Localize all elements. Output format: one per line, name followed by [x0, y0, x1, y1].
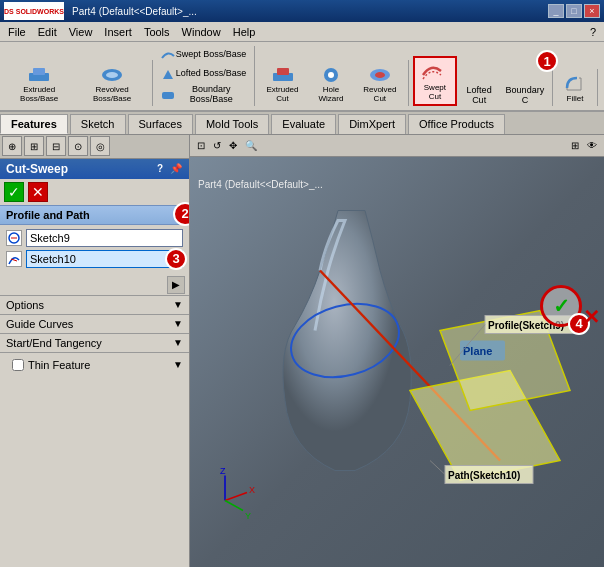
- left-panel: ⊕ ⊞ ⊟ ⊙ ◎ Cut-Sweep ? 📌 ✓ ✕ Profile and …: [0, 135, 190, 567]
- extruded-cut-button[interactable]: Extruded Cut: [259, 60, 307, 106]
- panel-pin-button[interactable]: 📌: [169, 162, 183, 176]
- viewport-svg: Plane Profile(Sketch9) Path(Sketch10) Z …: [190, 157, 604, 567]
- svg-rect-7: [277, 68, 289, 75]
- sketch2-field[interactable]: Sketch10: [26, 250, 183, 268]
- boundary-boss-icon: [160, 87, 176, 103]
- window-title: Part4 (Default<<Default>_...: [72, 6, 548, 17]
- swept-boss-icon: [160, 47, 176, 63]
- vt-btn-pan[interactable]: ✥: [226, 139, 240, 152]
- panel-tool-1[interactable]: ⊕: [2, 136, 22, 156]
- tab-features[interactable]: Features: [0, 114, 68, 134]
- fillet-button[interactable]: Fillet: [557, 69, 593, 106]
- minimize-button[interactable]: _: [548, 4, 564, 18]
- tab-sketch[interactable]: Sketch: [70, 114, 126, 134]
- sketch1-icon: [6, 230, 22, 246]
- panel-tool-2[interactable]: ⊞: [24, 136, 44, 156]
- svg-point-9: [328, 72, 334, 78]
- revolved-cut-button[interactable]: Revolved Cut: [355, 60, 404, 106]
- boundary-boss-button[interactable]: Boundary Boss/Base: [157, 84, 250, 106]
- thin-feature-row[interactable]: Thin Feature ▼: [0, 352, 189, 377]
- lofted-cut-label: Lofted Cut: [462, 85, 497, 105]
- menu-tools[interactable]: Tools: [138, 24, 176, 40]
- boundary-cut-button[interactable]: Boundary C: [502, 84, 548, 106]
- svg-rect-5: [162, 92, 174, 99]
- collapse-area: ▶: [0, 275, 189, 295]
- profile-path-content: Sketch9 Sketch10 3: [0, 225, 189, 275]
- panel-tool-3[interactable]: ⊟: [46, 136, 66, 156]
- toolbar-area: Extruded Boss/Base Revolved Boss/Base Sw…: [0, 42, 604, 112]
- thin-feature-label: Thin Feature: [28, 359, 90, 371]
- menu-help-icon[interactable]: ?: [584, 24, 602, 40]
- extruded-boss-button[interactable]: Extruded Boss/Base: [4, 60, 74, 106]
- panel-title: Cut-Sweep: [6, 162, 68, 176]
- menu-file[interactable]: File: [2, 24, 32, 40]
- fillet-icon: [561, 71, 589, 95]
- menu-window[interactable]: Window: [176, 24, 227, 40]
- menu-edit[interactable]: Edit: [32, 24, 63, 40]
- window-controls[interactable]: _ □ ×: [548, 4, 600, 18]
- panel-tool-5[interactable]: ◎: [90, 136, 110, 156]
- tab-surfaces[interactable]: Surfaces: [128, 114, 193, 134]
- panel-help-button[interactable]: ?: [153, 162, 167, 176]
- sketch2-icon: [6, 251, 22, 267]
- title-bar: DS SOLIDWORKS Part4 (Default<<Default>_.…: [0, 0, 604, 22]
- vt-btn-rotate[interactable]: ↺: [210, 139, 224, 152]
- svg-text:Path(Sketch10): Path(Sketch10): [448, 469, 520, 480]
- svg-marker-4: [163, 70, 173, 79]
- svg-text:Y: Y: [245, 510, 251, 520]
- annotation-badge-1: 1: [536, 50, 558, 72]
- annotation-badge-3: 3: [165, 248, 187, 270]
- svg-point-3: [106, 72, 118, 78]
- profile-path-section: Profile and Path 2 Sketch9 Sketch10 3: [0, 205, 189, 275]
- tab-bar: Features Sketch Surfaces Mold Tools Eval…: [0, 112, 604, 135]
- swept-cut-button[interactable]: Swept Cut: [413, 56, 456, 106]
- thin-feature-arrow: ▼: [173, 359, 183, 370]
- cancel-button[interactable]: ✕: [28, 182, 48, 202]
- collapse-btn[interactable]: ▶: [167, 276, 185, 294]
- lofted-boss-button[interactable]: Lofted Boss/Base: [157, 65, 250, 83]
- sketch1-field[interactable]: Sketch9: [26, 229, 183, 247]
- panel-ok-cancel: ✓ ✕: [0, 179, 189, 205]
- guide-curves-label: Guide Curves: [6, 318, 73, 330]
- revolved-boss-icon: [98, 62, 126, 86]
- close-button[interactable]: ×: [584, 4, 600, 18]
- vt-btn-zoom[interactable]: 🔍: [242, 139, 260, 152]
- tab-evaluate[interactable]: Evaluate: [271, 114, 336, 134]
- vt-btn-display[interactable]: ⊞: [568, 139, 582, 152]
- viewport-toolbar: ⊡ ↺ ✥ 🔍 ⊞ 👁: [190, 135, 604, 157]
- options-row[interactable]: Options ▼: [0, 295, 189, 314]
- hole-wizard-button[interactable]: Hole Wizard: [308, 60, 353, 106]
- start-end-arrow: ▼: [173, 337, 183, 348]
- maximize-button[interactable]: □: [566, 4, 582, 18]
- thin-feature-checkbox[interactable]: [12, 359, 24, 371]
- hole-wizard-icon: [317, 62, 345, 86]
- tab-mold-tools[interactable]: Mold Tools: [195, 114, 269, 134]
- vt-btn-view[interactable]: 👁: [584, 139, 600, 152]
- swept-cut-icon: [421, 60, 449, 84]
- menu-insert[interactable]: Insert: [98, 24, 138, 40]
- swept-boss-button[interactable]: Swept Boss/Base: [157, 46, 250, 64]
- sketch1-row: Sketch9: [6, 229, 183, 247]
- tab-office-products[interactable]: Office Products: [408, 114, 505, 134]
- ok-button[interactable]: ✓: [4, 182, 24, 202]
- toolbar-group-cut: Extruded Cut Hole Wizard Revolved Cut: [259, 60, 410, 106]
- tab-dimxpert[interactable]: DimXpert: [338, 114, 406, 134]
- svg-line-28: [225, 492, 247, 500]
- svg-line-29: [225, 500, 243, 510]
- vt-btn-zoom-fit[interactable]: ⊡: [194, 139, 208, 152]
- solidworks-logo: DS SOLIDWORKS: [4, 2, 64, 20]
- extruded-cut-icon: [269, 62, 297, 86]
- guide-curves-row[interactable]: Guide Curves ▼: [0, 314, 189, 333]
- menu-view[interactable]: View: [63, 24, 99, 40]
- svg-rect-1: [33, 68, 45, 75]
- menu-help[interactable]: Help: [227, 24, 262, 40]
- lofted-boss-icon: [160, 66, 176, 82]
- options-arrow: ▼: [173, 299, 183, 310]
- svg-line-26: [430, 460, 445, 474]
- start-end-row[interactable]: Start/End Tangency ▼: [0, 333, 189, 352]
- lofted-cut-button[interactable]: Lofted Cut: [459, 84, 500, 106]
- panel-tool-4[interactable]: ⊙: [68, 136, 88, 156]
- revolved-boss-button[interactable]: Revolved Boss/Base: [76, 60, 147, 106]
- toolbar-group-loft: Swept Boss/Base Lofted Boss/Base Boundar…: [157, 46, 255, 106]
- profile-path-header: Profile and Path 2: [0, 205, 189, 225]
